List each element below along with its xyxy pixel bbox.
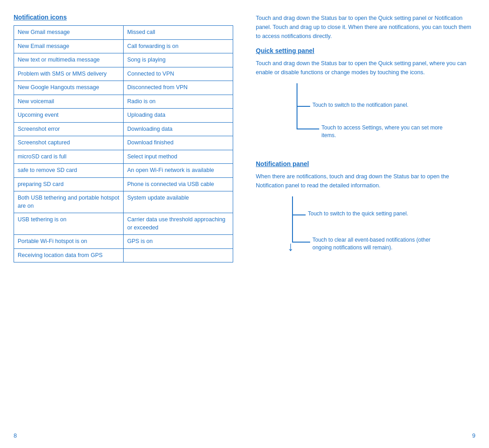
table-cell-15-0: Receiving location data from GPS [14, 248, 124, 262]
table-cell-3-0: Problem with SMS or MMS delivery [14, 67, 124, 81]
notif-hline1 [292, 214, 306, 215]
table-row: New Gmail messageMissed call [14, 26, 233, 40]
page-number-right: 9 [472, 432, 475, 439]
table-row: New voicemailRadio is on [14, 95, 233, 109]
diagram-vline1 [297, 83, 297, 106]
page-left: Notification icons New Gmail messageMiss… [0, 0, 244, 448]
table-cell-8-0: Screenshot captured [14, 136, 124, 150]
page-number-left: 8 [14, 432, 17, 439]
table-cell-7-1: Downloading data [124, 122, 233, 136]
table-cell-4-1: Disconnected from VPN [124, 81, 233, 95]
table-row: Portable Wi-Fi hotspot is onGPS is on [14, 235, 233, 249]
table-cell-14-1: GPS is on [124, 235, 233, 249]
table-cell-1-0: New Email message [14, 39, 124, 53]
table-cell-11-0: preparing SD card [14, 177, 124, 191]
page-right: Touch and drag down the Status bar to op… [244, 0, 489, 448]
quick-diagram-label2: Touch to access Settings, where you can … [321, 124, 448, 139]
table-row: Upcoming eventUploading data [14, 109, 233, 123]
table-row: Both USB tethering and portable hotspot … [14, 191, 233, 213]
quick-setting-section: Quick setting panel Touch and drag down … [256, 47, 475, 147]
table-row: Screenshot errorDownloading data [14, 122, 233, 136]
table-row: Receiving location data from GPS [14, 248, 233, 262]
diagram-hline1 [297, 106, 310, 107]
table-cell-12-0: Both USB tethering and portable hotspot … [14, 191, 124, 213]
table-cell-6-1: Uploading data [124, 109, 233, 123]
quick-diagram-label1: Touch to switch to the notification pane… [312, 101, 408, 109]
notif-diagram-label2: Touch to clear all event-based notificat… [312, 236, 444, 252]
table-cell-10-0: safe to remove SD card [14, 164, 124, 178]
table-cell-12-1: System update available [124, 191, 233, 213]
table-cell-6-0: Upcoming event [14, 109, 124, 123]
notification-panel-text: When there are notifications, touch and … [256, 172, 475, 190]
notification-panel-title: Notification panel [256, 160, 475, 167]
table-row: Screenshot capturedDownload finished [14, 136, 233, 150]
table-cell-1-1: Call forwarding is on [124, 39, 233, 53]
notif-vline1 [292, 196, 293, 214]
table-row: Problem with SMS or MMS deliveryConnecte… [14, 67, 233, 81]
table-row: New Google Hangouts messageDisconnected … [14, 81, 233, 95]
table-cell-8-1: Download finished [124, 136, 233, 150]
quick-setting-title: Quick setting panel [256, 47, 475, 54]
table-row: New text or multimedia messageSong is pl… [14, 53, 233, 67]
table-row: microSD card is fullSelect input method [14, 150, 233, 164]
notification-panel-section: Notification panel When there are notifi… [256, 160, 475, 273]
table-cell-2-0: New text or multimedia message [14, 53, 124, 67]
table-cell-0-0: New Gmail message [14, 26, 124, 40]
table-cell-9-0: microSD card is full [14, 150, 124, 164]
quick-setting-text: Touch and drag down the Status bar to op… [256, 59, 475, 77]
table-row: preparing SD cardPhone is connected via … [14, 177, 233, 191]
table-cell-3-1: Connected to VPN [124, 67, 233, 81]
table-row: USB tethering is onCarrier data use thre… [14, 213, 233, 235]
table-cell-11-1: Phone is connected via USB cable [124, 177, 233, 191]
table-cell-5-0: New voicemail [14, 95, 124, 109]
table-cell-0-1: Missed call [124, 26, 233, 40]
notification-panel-diagram: Touch to switch to the quick setting pan… [269, 196, 475, 273]
notif-hline2 [292, 242, 310, 243]
table-cell-7-0: Screenshot error [14, 122, 124, 136]
table-cell-14-0: Portable Wi-Fi hotspot is on [14, 235, 124, 249]
table-cell-15-1 [124, 248, 233, 262]
diagram-hline2 [297, 129, 319, 129]
table-cell-2-1: Song is playing [124, 53, 233, 67]
notification-table: New Gmail messageMissed callNew Email me… [14, 25, 233, 262]
quick-setting-diagram: Touch to switch to the notification pane… [269, 83, 475, 147]
table-cell-4-0: New Google Hangouts message [14, 81, 124, 95]
arrow-down-icon: ↓ [288, 239, 294, 254]
notif-vline2 [292, 214, 293, 242]
table-cell-10-1: An open Wi-Fi network is available [124, 164, 233, 178]
table-cell-9-1: Select input method [124, 150, 233, 164]
diagram-vline2 [297, 106, 297, 129]
intro-text: Touch and drag down the Status bar to op… [256, 14, 475, 41]
table-row: New Email messageCall forwarding is on [14, 39, 233, 53]
table-cell-5-1: Radio is on [124, 95, 233, 109]
table-cell-13-1: Carrier data use threshold approaching o… [124, 213, 233, 235]
notification-icons-title: Notification icons [14, 14, 233, 21]
notif-diagram-label1: Touch to switch to the quick setting pan… [308, 210, 408, 218]
table-row: safe to remove SD cardAn open Wi-Fi netw… [14, 164, 233, 178]
table-cell-13-0: USB tethering is on [14, 213, 124, 235]
